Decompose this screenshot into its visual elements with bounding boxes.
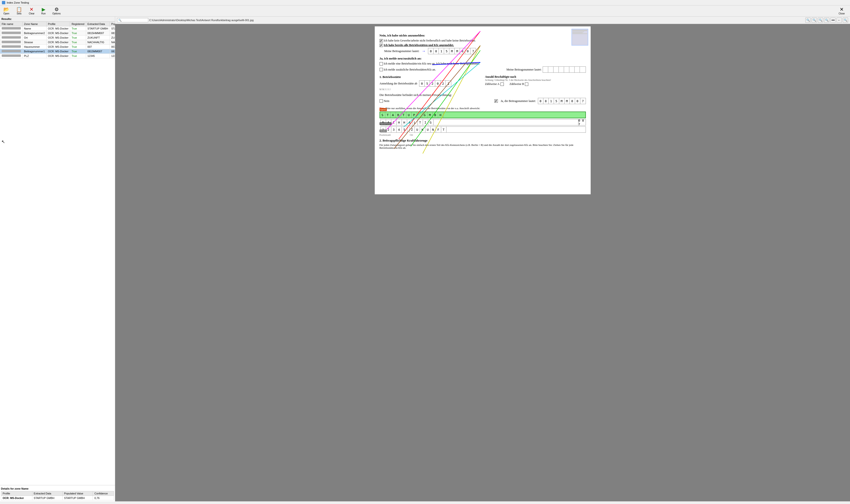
zoom-in-large-button[interactable]: 🔍 <box>812 18 817 23</box>
jbn-c0 <box>543 67 548 72</box>
checkbox-alle-angemeldet[interactable] <box>380 44 383 47</box>
zaehlweise-b-checkbox[interactable] <box>525 83 528 86</box>
cell-profile: OCR: MS-Docker <box>46 54 70 58</box>
nein-line1-row: Ich habe kein Gewerbe/arbeite nicht frei… <box>380 39 586 42</box>
det-col-profile: Profile <box>1 491 32 496</box>
zoom-arrow-left-button[interactable]: ← <box>836 18 842 23</box>
zaehlweise-a-label: Zählweise A <box>485 82 500 86</box>
zoom-arrow-right-button[interactable]: 🔍 <box>843 18 848 23</box>
zaehlweise-a-checkbox[interactable] <box>501 83 504 86</box>
ng-c7 <box>417 112 422 118</box>
close-icon: ✕ <box>840 7 844 12</box>
zaehlweise-b-label: Zählweise B <box>510 82 524 86</box>
cell-profile: OCR: MS-Docker <box>46 44 70 49</box>
zaehlweise-a-group: Zählweise A <box>485 82 505 86</box>
cell-registered: True <box>70 54 86 58</box>
zoom-minus-button[interactable]: ➖ <box>830 18 836 23</box>
table-row[interactable]: Ort OCR: MS-Docker True ZUKUNFT ZUKUNFT … <box>0 36 115 40</box>
ag-c5: 1 <box>446 80 451 86</box>
cell-filename <box>0 40 22 44</box>
zoom-percent-button[interactable]: 🔍 <box>824 18 829 23</box>
jbn-c6 <box>575 67 580 72</box>
ja-group: Ja, die Beitragsnummer lautet: 0 8 1 5 M… <box>494 98 586 104</box>
details-table-container: Profile Extracted Data Populated Value C… <box>1 491 114 500</box>
name-zone-label: Name <box>380 108 387 111</box>
zoom-fit-button[interactable]: 🔍 <box>818 18 823 23</box>
main-area: Results: File name Zone Name Profile Reg… <box>0 17 850 501</box>
zoom-out-small-button[interactable]: 🔍 <box>806 18 811 23</box>
table-row[interactable]: Name OCR: MS-Docker True STARTUP GMBH ST… <box>0 26 115 31</box>
table-row[interactable]: Hausnummer OCR: MS-Docker True 007 007 1… <box>0 44 115 49</box>
cell-filename <box>0 36 22 40</box>
ag-c0: 0 <box>419 80 424 86</box>
file-path-label: C:\Users\Administrator\Desktop\Michas Te… <box>149 19 804 22</box>
name-field-container: Name S T A R T U P G M B <box>380 111 586 118</box>
run-button[interactable]: ▶ Run <box>40 6 47 15</box>
privat-beitrag-grid: 0 8 1 5 M M 0 0 7 <box>538 98 586 104</box>
pb-c4: M <box>559 98 564 104</box>
table-row[interactable]: Beitragsnummer2 OCR: MS-Docker True 0815… <box>0 31 115 36</box>
privat-nein-label: Nein <box>384 99 390 103</box>
namefirma-grid: N A C H H A L T I G 0 0 7 <box>380 119 586 125</box>
cell-extracted: 007 <box>86 44 110 49</box>
clear-button[interactable]: ✕ Clear <box>28 6 36 15</box>
ja-heading: Ja, ich melde neu/zusätzlich an: <box>380 57 586 60</box>
table-row[interactable]: PLZ OCR: MS-Docker True 12345 12345 1,00 <box>0 54 115 58</box>
details-panel: Details for zone Name Profile Extracted … <box>0 485 115 501</box>
ort-label: Ort <box>410 133 413 136</box>
ort-c4: N <box>431 127 436 132</box>
nein-beitragsnummer-label: Meine Beitragsnummer lautet: <box>384 50 420 53</box>
results-data-table: File name Zone Name Profile Registered E… <box>0 22 115 58</box>
name-grid-field: S T A R T U P G M B H <box>380 111 586 118</box>
search-input[interactable] <box>117 18 148 22</box>
toolbar: 📂 Open 📋 Sets ✕ Clear ▶ Run ⚙ Options ✕ … <box>0 5 850 17</box>
cell-profile: OCR: MS-Docker <box>46 31 70 36</box>
cell-profile: OCR: MS-Docker <box>46 26 70 31</box>
nf-rest <box>434 120 578 125</box>
ng-c3: R <box>396 112 401 118</box>
pb-c8: 7 <box>580 98 585 104</box>
table-row[interactable]: Beitragsnummer1 OCR: MS-Docker True 0815… <box>0 49 115 54</box>
bn-cell-4: M <box>449 48 455 54</box>
ng-c11: H <box>438 112 444 118</box>
ng-c5: U <box>406 112 412 118</box>
options-button[interactable]: ⚙ Options <box>51 6 62 15</box>
col-populated: Populated Value <box>110 22 115 26</box>
ort-rest <box>447 127 585 132</box>
plz-c3: 4 <box>397 127 402 132</box>
sets-button[interactable]: 📋 Sets <box>15 6 23 15</box>
privat-nein-checkbox[interactable] <box>380 99 383 103</box>
table-row[interactable]: Strasse OCR: MS-Docker True NACHHALTIG N… <box>0 40 115 44</box>
open-icon: 📂 <box>3 7 10 12</box>
checkbox-zusaetzlich[interactable] <box>380 68 383 71</box>
cell-populated: 12345 <box>110 54 115 58</box>
details-row[interactable]: OCR: MS-Docker STARTUP GMBH STARTUP GMBH… <box>1 496 114 500</box>
det-cell-extracted: STARTUP GMBH <box>32 496 62 500</box>
doc-viewport[interactable]: Nein, ich habe nichts anzumelden: Ich ha… <box>115 24 850 501</box>
ng-c10: B <box>433 112 438 118</box>
details-data-table: Profile Extracted Data Populated Value C… <box>1 491 114 500</box>
pb-c7: 0 <box>575 98 580 104</box>
close-button[interactable]: ✕ Close <box>837 6 846 15</box>
cell-filename <box>0 49 22 54</box>
privat-ja-checkbox[interactable] <box>494 99 498 103</box>
cell-zonename: Beitragsnummer1 <box>22 49 47 54</box>
left-panel: Results: File name Zone Name Profile Reg… <box>0 17 115 501</box>
checkbox-kfz-neu[interactable] <box>380 62 383 66</box>
ort-c0: Z <box>410 127 415 132</box>
ja-line1-text: Ich melde eine Betriebsstätte/ein Kfz ne… <box>384 62 480 66</box>
checkbox-kein-gewerbe[interactable] <box>380 39 383 42</box>
cursor-arrow: ↖ <box>1 139 5 144</box>
bn-cell-8: 7 <box>470 48 476 54</box>
cell-populated: STARTUP GMBH <box>110 26 115 31</box>
results-table: File name Zone Name Profile Registered E… <box>0 22 115 485</box>
cell-profile: OCR: MS-Docker <box>46 36 70 40</box>
nf-c7: T <box>418 120 423 125</box>
jbn-c3 <box>559 67 564 72</box>
open-button[interactable]: 📂 Open <box>2 6 11 15</box>
anmeldung-row: Anmeldung der Betriebsstätte ab 0 5 2 0 … <box>380 80 480 87</box>
anzahl-note: Achtung: Unbedingt Nr. 3 der Rückseite d… <box>485 79 586 81</box>
sets-icon: 📋 <box>16 7 22 12</box>
betrieb-left: 1. Betriebsstätte Anmeldung der Betriebs… <box>380 75 480 91</box>
cell-zonename: Beitragsnummer2 <box>22 31 47 36</box>
